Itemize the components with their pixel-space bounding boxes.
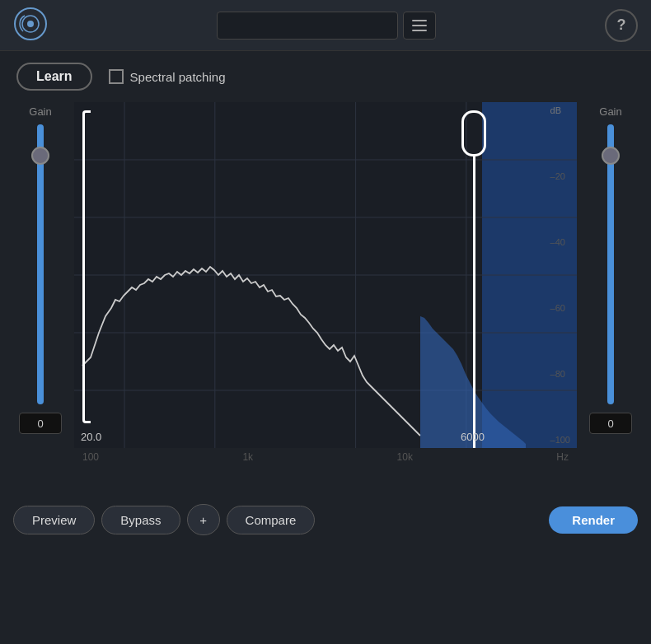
grid-svg <box>74 102 577 448</box>
freq-value-right: 6000 <box>461 431 485 443</box>
menu-button[interactable] <box>403 12 436 40</box>
gain-label-right: Gain <box>599 105 621 118</box>
db-labels: dB –20 –40 –60 –80 –100 <box>550 102 570 448</box>
preview-button[interactable]: Preview <box>13 506 95 534</box>
help-button[interactable]: ? <box>605 9 638 42</box>
spectrum-container: 20.0 6000 dB –20 –40 –60 –80 –100 100 1k… <box>74 102 577 489</box>
bypass-button[interactable]: Bypass <box>101 506 180 534</box>
db-label-40: –40 <box>550 237 570 247</box>
learn-button[interactable]: Learn <box>16 63 92 91</box>
freq-hz: Hz <box>556 451 569 463</box>
gain-slider-left-track[interactable] <box>37 124 44 404</box>
right-pill-handle[interactable] <box>460 102 488 448</box>
plus-button[interactable]: + <box>187 504 220 535</box>
svg-point-2 <box>27 21 34 27</box>
gain-slider-right-thumb[interactable] <box>602 147 620 165</box>
help-icon: ? <box>617 16 626 34</box>
spectrum-canvas: 20.0 6000 dB –20 –40 –60 –80 –100 <box>74 102 577 448</box>
freq-1k: 1k <box>242 451 253 463</box>
header: ? <box>0 0 651 51</box>
freq-value-left: 20.0 <box>81 431 101 443</box>
preset-dropdown[interactable] <box>217 12 398 40</box>
logo <box>13 7 48 44</box>
freq-10k: 10k <box>397 451 413 463</box>
db-label-60: –60 <box>550 303 570 313</box>
main-area: Gain 0 <box>0 102 651 489</box>
gain-slider-left-thumb[interactable] <box>31 147 49 165</box>
freq-100: 100 <box>82 451 99 463</box>
bottom-toolbar: Preview Bypass + Compare Render <box>0 496 651 544</box>
db-label-100: –100 <box>550 435 570 445</box>
freq-axis: 100 1k 10k Hz <box>74 448 577 466</box>
db-label-top: dB <box>550 105 570 115</box>
spectral-patching-text: Spectral patching <box>130 70 226 84</box>
header-center <box>217 12 436 40</box>
gain-slider-left-container: Gain 0 <box>12 102 69 489</box>
compare-button[interactable]: Compare <box>227 506 316 534</box>
db-label-20: –20 <box>550 171 570 181</box>
spectral-patching-checkbox[interactable] <box>109 69 124 84</box>
gain-value-right[interactable]: 0 <box>589 413 632 434</box>
render-button[interactable]: Render <box>549 506 638 534</box>
left-bracket-handle[interactable] <box>82 110 96 423</box>
db-label-80: –80 <box>550 369 570 379</box>
gain-label-left: Gain <box>29 105 51 118</box>
controls-row: Learn Spectral patching <box>0 51 651 102</box>
gain-slider-right-container: Gain 0 <box>582 102 639 489</box>
spectral-patching-label[interactable]: Spectral patching <box>109 69 226 84</box>
gain-value-left[interactable]: 0 <box>19 413 62 434</box>
izotope-logo-icon <box>13 7 48 41</box>
gain-slider-right-track[interactable] <box>607 124 614 404</box>
